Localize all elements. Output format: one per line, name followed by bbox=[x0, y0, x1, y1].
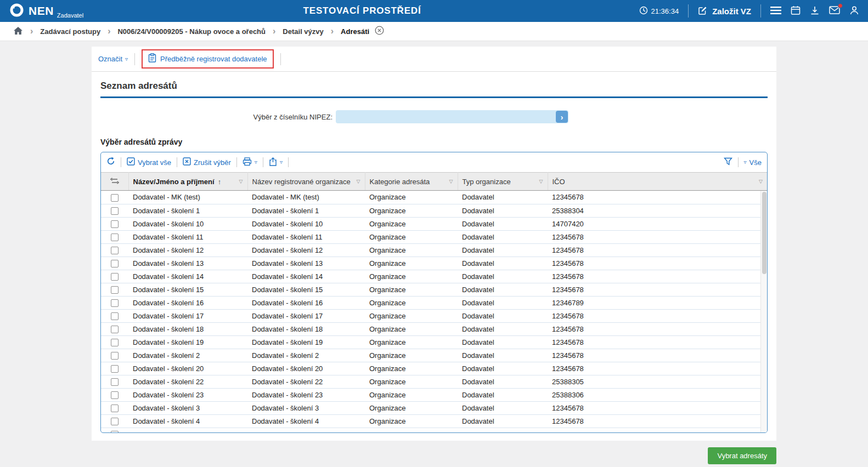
cell-type bbox=[458, 428, 548, 432]
row-checkbox[interactable] bbox=[111, 352, 119, 360]
column-filter-icon[interactable]: ▽ bbox=[239, 179, 243, 184]
row-checkbox[interactable] bbox=[111, 431, 119, 432]
print-dropdown[interactable]: ▿ bbox=[243, 157, 257, 168]
row-checkbox[interactable] bbox=[111, 405, 119, 412]
table-row[interactable]: Dodavatel - školení 20 Dodavatel - škole… bbox=[101, 362, 760, 375]
row-checkbox-cell bbox=[101, 243, 128, 257]
view-all-dropdown[interactable]: ▿ Vše bbox=[744, 158, 762, 167]
column-settings-header[interactable] bbox=[101, 173, 128, 191]
table-row[interactable]: Dodavatel - školení 13 Dodavatel - škole… bbox=[101, 257, 760, 270]
table-row[interactable]: Dodavatel - školení 12 Dodavatel - škole… bbox=[101, 243, 760, 257]
toolbar-separator bbox=[263, 157, 263, 167]
cell-name: Dodavatel - školení 4 bbox=[128, 414, 247, 428]
row-checkbox[interactable] bbox=[111, 365, 119, 373]
cell-name: Dodavatel - školení 13 bbox=[128, 257, 247, 270]
user-icon bbox=[849, 5, 859, 17]
row-checkbox[interactable] bbox=[111, 234, 119, 241]
table-row[interactable]: Dodavatel - školení 17 Dodavatel - škole… bbox=[101, 309, 760, 322]
home-button[interactable] bbox=[13, 26, 23, 37]
select-all-button[interactable]: Vybrat vše bbox=[127, 157, 171, 167]
column-label: Typ organizace bbox=[463, 178, 511, 186]
row-checkbox[interactable] bbox=[111, 312, 119, 320]
breadcrumb-item-procedure[interactable]: N006/24/V00009205 - Nákup ovoce a ořechů bbox=[117, 27, 266, 36]
cell-organization: Dodavatel - školení 16 bbox=[247, 296, 365, 309]
table-row[interactable]: Dodavatel - školení 18 Dodavatel - škole… bbox=[101, 322, 760, 335]
user-profile-button[interactable] bbox=[849, 5, 859, 17]
breadcrumb-item-detail-vyzvy[interactable]: Detail výzvy bbox=[283, 27, 323, 36]
clear-selection-button[interactable]: Zrušit výběr bbox=[183, 157, 231, 167]
menu-button[interactable] bbox=[770, 6, 781, 16]
table-row[interactable]: Dodavatel - školení 3 Dodavatel - školen… bbox=[101, 401, 760, 414]
row-checkbox[interactable] bbox=[111, 207, 119, 215]
column-header-type[interactable]: Typ organizace ▽ bbox=[458, 173, 548, 191]
table-row[interactable]: Dodavatel - školení 22 Dodavatel - škole… bbox=[101, 375, 760, 388]
cell-organization: Dodavatel - školení 22 bbox=[247, 375, 365, 388]
cell-category: Organizace bbox=[365, 296, 458, 309]
row-checkbox[interactable] bbox=[111, 247, 119, 254]
cell-type: Dodavatel bbox=[458, 335, 548, 349]
row-checkbox[interactable] bbox=[111, 299, 119, 307]
chevron-down-icon: ▿ bbox=[280, 160, 283, 165]
table-row[interactable]: Dodavatel - školení 2 Dodavatel - školen… bbox=[101, 349, 760, 362]
top-header: NEN Zadavatel TESTOVACÍ PROSTŘEDÍ 21:36:… bbox=[0, 0, 868, 22]
table-row[interactable]: Dodavatel - školení 16 Dodavatel - škole… bbox=[101, 296, 760, 309]
filter-button[interactable] bbox=[724, 157, 732, 168]
nipez-input[interactable] bbox=[336, 110, 568, 123]
table-row[interactable]: Dodavatel - školení 23 Dodavatel - škole… bbox=[101, 388, 760, 401]
view-all-label: Vše bbox=[749, 158, 762, 167]
row-checkbox[interactable] bbox=[111, 378, 119, 386]
table-row[interactable]: Dodavatel - školení 11 Dodavatel - škole… bbox=[101, 230, 760, 243]
column-header-category[interactable]: Kategorie adresáta ▽ bbox=[365, 173, 458, 191]
table-row[interactable]: Dodavatel - školení 4 Dodavatel - školen… bbox=[101, 414, 760, 428]
nen-logo[interactable]: NEN Zadavatel bbox=[9, 2, 83, 20]
column-header-ico[interactable]: IČO ▽ bbox=[548, 173, 767, 191]
calendar-button[interactable] bbox=[791, 5, 801, 17]
row-checkbox[interactable] bbox=[111, 391, 119, 399]
row-checkbox-cell bbox=[101, 414, 128, 428]
cell-ico: 25388305 bbox=[548, 375, 760, 388]
table-row[interactable]: Dodavatel - školení 19 Dodavatel - škole… bbox=[101, 335, 760, 349]
column-header-organization[interactable]: Název registrované organizace ▽ bbox=[247, 173, 365, 191]
row-checkbox-cell bbox=[101, 217, 128, 230]
table-row[interactable]: Dodavatel - školení 1 Dodavatel - školen… bbox=[101, 204, 760, 217]
column-filter-icon[interactable]: ▽ bbox=[759, 179, 763, 184]
row-checkbox[interactable] bbox=[111, 260, 119, 267]
row-checkbox[interactable] bbox=[111, 220, 119, 228]
column-filter-icon[interactable]: ▽ bbox=[449, 179, 453, 184]
close-tab-button[interactable] bbox=[375, 26, 384, 37]
column-filter-icon[interactable]: ▽ bbox=[357, 179, 360, 184]
row-checkbox[interactable] bbox=[111, 194, 119, 202]
cell-organization: Dodavatel - školení 19 bbox=[247, 335, 365, 349]
table-row[interactable]: Dodavatel - školení 15 Dodavatel - škole… bbox=[101, 283, 760, 296]
export-dropdown[interactable]: ▿ bbox=[269, 157, 283, 168]
cell-type: Dodavatel bbox=[458, 217, 548, 230]
breadcrumb-item-zadavaci-postupy[interactable]: Zadávací postupy bbox=[40, 27, 100, 36]
nipez-field: › bbox=[336, 110, 568, 123]
row-checkbox[interactable] bbox=[111, 286, 119, 294]
downloads-button[interactable] bbox=[810, 5, 820, 17]
row-checkbox[interactable] bbox=[111, 326, 119, 333]
select-recipients-button[interactable]: Vybrat adresáty bbox=[708, 447, 776, 464]
preregister-supplier-button[interactable]: Předběžně registrovat dodavatele bbox=[160, 55, 267, 63]
toolbar-separator bbox=[177, 157, 177, 167]
table-row[interactable] bbox=[101, 428, 760, 432]
table-row[interactable]: Dodavatel - MK (test) Dodavatel - MK (te… bbox=[101, 191, 760, 204]
column-header-name[interactable]: Název/Jméno a příjmení ↑ ▽ bbox=[128, 173, 247, 191]
create-vz-button[interactable]: Založit VZ bbox=[698, 5, 751, 17]
scrollbar-thumb[interactable] bbox=[762, 192, 766, 274]
column-filter-icon[interactable]: ▽ bbox=[539, 179, 543, 184]
row-checkbox[interactable] bbox=[111, 339, 119, 346]
mark-dropdown[interactable]: Označit ▿ bbox=[98, 55, 128, 63]
row-checkbox[interactable] bbox=[111, 418, 119, 425]
row-checkbox[interactable] bbox=[111, 273, 119, 281]
cell-category: Organizace bbox=[365, 309, 458, 322]
home-icon bbox=[13, 26, 23, 37]
table-row[interactable]: Dodavatel - školení 14 Dodavatel - škole… bbox=[101, 270, 760, 283]
grid-header-table: Název/Jméno a příjmení ↑ ▽ Název registr… bbox=[101, 172, 767, 191]
table-scrollbar[interactable] bbox=[760, 191, 767, 432]
nipez-open-button[interactable]: › bbox=[556, 111, 568, 123]
messages-button[interactable] bbox=[829, 6, 840, 16]
table-row[interactable]: Dodavatel - školení 10 Dodavatel - škole… bbox=[101, 217, 760, 230]
chevron-right-icon: › bbox=[561, 113, 563, 121]
refresh-button[interactable] bbox=[106, 157, 115, 168]
